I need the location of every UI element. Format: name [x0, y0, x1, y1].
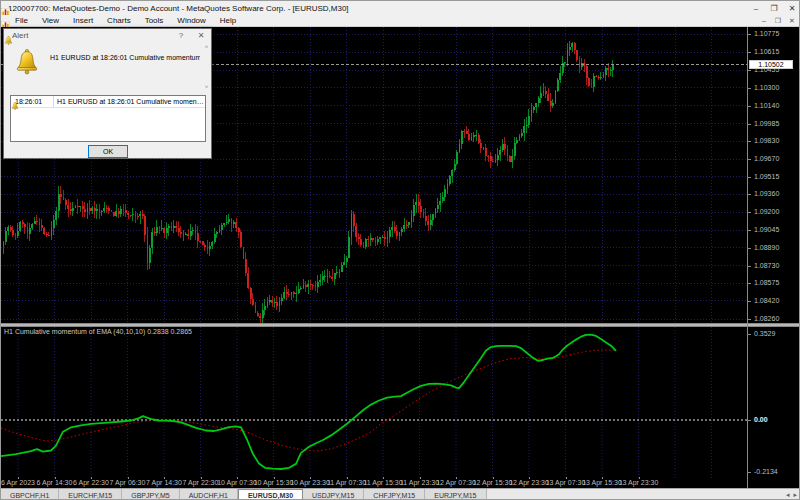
chart-tab-usdjpy-m15[interactable]: USDJPY,M15: [303, 489, 364, 500]
chart-tab-eurjpy-m15[interactable]: EURJPY,M15: [425, 489, 486, 500]
price-tick: [748, 141, 751, 142]
title-bar: 120007700: MetaQuotes-Demo - Demo Accoun…: [1, 1, 800, 15]
time-axis-label: 12 Apr 23:30: [509, 479, 549, 486]
ok-button[interactable]: OK: [88, 145, 128, 158]
indicator-tick: [748, 420, 751, 421]
time-axis-label: 6 Apr 14:30: [37, 479, 73, 486]
time-axis-label: 13 Apr 07:30: [546, 479, 586, 486]
current-price-label: 1.10502: [749, 60, 793, 69]
price-tick: [748, 319, 751, 320]
price-axis-label: 1.09360: [754, 190, 779, 197]
indicator-axis-label: -0.2134: [754, 468, 778, 475]
time-axis-label: 10 Apr 23:30: [290, 479, 330, 486]
price-axis-label: 1.10140: [754, 102, 779, 109]
time-axis-label: 11 Apr 15:30: [363, 479, 402, 486]
price-axis-label: 1.10775: [754, 30, 779, 37]
price-axis-label: 1.08575: [754, 279, 779, 286]
price-tick: [748, 248, 751, 249]
price-tick: [748, 52, 751, 53]
time-axis-label: 10 Apr 07:30: [217, 479, 257, 486]
menu-item-insert[interactable]: Insert: [66, 15, 100, 27]
dialog-close-button[interactable]: ✕: [191, 31, 211, 40]
price-tick: [748, 88, 751, 89]
chart-tab-eurchf-m15[interactable]: EURCHF,M15: [59, 489, 122, 500]
alert-list-item[interactable]: 18:26:01H1 EURUSD at 18:26:01 Cumulative…: [11, 96, 205, 108]
price-axis-label: 1.09515: [754, 173, 779, 180]
price-axis-label: 1.09830: [754, 137, 779, 144]
indicator-tick: [748, 334, 751, 335]
alert-text: H1 EURUSD at 18:26:01 Cumulative momentu…: [54, 98, 205, 105]
chart-tab-bar: GBPCHF,H1EURCHF,M15GBPJPY,M5AUDCHF,H1EUR…: [1, 488, 800, 500]
time-axis-label: 7 Apr 22:30: [183, 479, 219, 486]
metatrader-window: 120007700: MetaQuotes-Demo - Demo Accoun…: [0, 0, 800, 500]
time-axis[interactable]: 6 Apr 20236 Apr 14:306 Apr 22:307 Apr 06…: [1, 478, 747, 488]
scroll-down-icon[interactable]: ˅: [205, 84, 209, 90]
price-tick: [748, 34, 751, 35]
price-tick: [748, 230, 751, 231]
child-restore-button[interactable]: ❐: [771, 17, 785, 25]
child-minimize-button[interactable]: –: [757, 17, 771, 24]
chart-tab-chfjpy-m15[interactable]: CHFJPY,M15: [364, 489, 425, 500]
time-axis-label: 7 Apr 14:30: [146, 479, 182, 486]
price-tick: [748, 301, 751, 302]
price-tick: [748, 177, 751, 178]
menu-item-window[interactable]: Window: [170, 15, 212, 27]
scroll-up-icon[interactable]: ˄: [205, 44, 209, 50]
time-axis-label: 6 Apr 22:30: [73, 479, 109, 486]
alert-dialog: Alert ? ✕ H1 EURUSD at 18:26:01 Cumulati…: [3, 28, 212, 159]
time-axis-label: 11 Apr 07:30: [327, 479, 366, 486]
minimize-button[interactable]: –: [747, 4, 765, 13]
price-tick: [748, 266, 751, 267]
alert-time: 18:26:01: [15, 96, 54, 107]
time-axis-label: 13 Apr 15:30: [582, 479, 622, 486]
price-tick: [748, 194, 751, 195]
message-scrollbar: ˄ ˅: [202, 44, 211, 90]
menu-item-view[interactable]: View: [35, 15, 66, 27]
alert-message: H1 EURUSD at 18:26:01 Cumulative momentu…: [50, 53, 200, 62]
price-tick: [748, 212, 751, 213]
price-axis-label: 1.09200: [754, 208, 779, 215]
indicator-chart[interactable]: [1, 327, 747, 478]
chart-tab-gbpjpy-m5[interactable]: GBPJPY,M5: [122, 489, 179, 500]
tab-scroll-left-icon[interactable]: ◂: [786, 491, 790, 499]
close-button[interactable]: ✕: [783, 4, 800, 13]
child-close-button[interactable]: ✕: [785, 17, 799, 25]
price-axis-label: 1.08890: [754, 244, 779, 251]
time-axis-label: 12 Apr 15:30: [473, 479, 513, 486]
price-axis-label: 1.10300: [754, 84, 779, 91]
time-axis-label: 7 Apr 06:30: [110, 479, 146, 486]
alert-list[interactable]: 18:26:01H1 EURUSD at 18:26:01 Cumulative…: [10, 95, 206, 142]
menu-item-file[interactable]: File: [8, 15, 35, 27]
alert-dialog-titlebar[interactable]: Alert ? ✕: [4, 29, 211, 42]
indicator-tick: [748, 472, 751, 473]
time-axis-label: 11 Apr 23:30: [400, 479, 439, 486]
alert-dialog-title: Alert: [12, 31, 28, 40]
window-title: 120007700: MetaQuotes-Demo - Demo Accoun…: [8, 4, 349, 13]
price-axis-label: 1.10615: [754, 48, 779, 55]
indicator-label: H1 Cumulative momentum of EMA (40,10,10)…: [4, 328, 192, 335]
indicator-axis-label: 0.3529: [754, 330, 775, 337]
price-axis-label: 1.09045: [754, 226, 779, 233]
restore-button[interactable]: ❐: [765, 4, 783, 13]
price-axis-label: 1.08260: [754, 315, 779, 322]
help-button[interactable]: ?: [171, 31, 191, 40]
chart-tab-eurusd-m30[interactable]: EURUSD,M30: [238, 489, 303, 500]
price-tick: [748, 106, 751, 107]
price-axis-label: 1.08730: [754, 262, 779, 269]
time-axis-label: 13 Apr 23:30: [619, 479, 659, 486]
price-tick: [748, 124, 751, 125]
tab-scroll-right-icon[interactable]: ▸: [793, 491, 797, 499]
price-tick: [748, 70, 751, 71]
price-axis-label: 1.09985: [754, 120, 779, 127]
time-axis-label: 12 Apr 07:30: [436, 479, 476, 486]
menu-bar: FileViewInsertChartsToolsWindowHelp – ❐ …: [1, 15, 800, 27]
menu-item-help[interactable]: Help: [213, 15, 243, 27]
chart-tab-gbpchf-h1[interactable]: GBPCHF,H1: [1, 489, 59, 500]
time-axis-label: 10 Apr 15:30: [254, 479, 294, 486]
time-axis-label: 6 Apr 2023: [1, 479, 35, 486]
price-tick: [748, 159, 751, 160]
price-axis[interactable]: 1.107751.106151.104551.103001.101401.099…: [747, 27, 800, 488]
menu-item-tools[interactable]: Tools: [138, 15, 171, 27]
chart-tab-audchf-h1[interactable]: AUDCHF,H1: [180, 489, 238, 500]
menu-item-charts[interactable]: Charts: [100, 15, 138, 27]
